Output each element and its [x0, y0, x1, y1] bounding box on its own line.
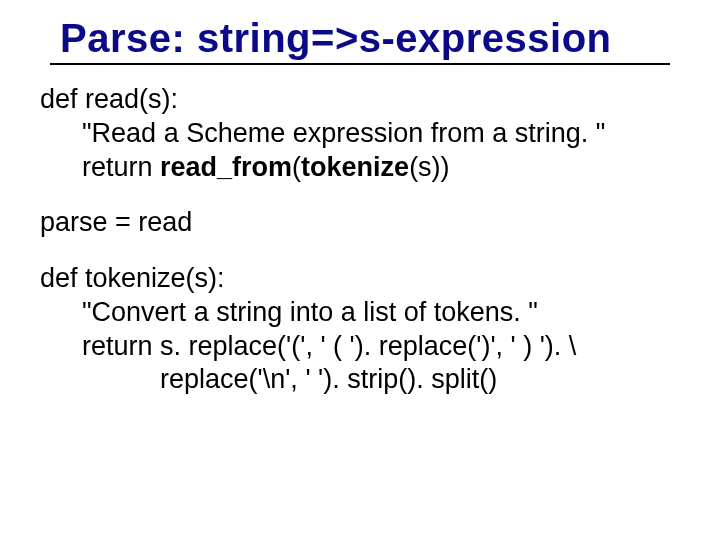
code-line: "Read a Scheme expression from a string.… [40, 117, 680, 151]
code-text: return [82, 152, 160, 182]
slide-body: def read(s): "Read a Scheme expression f… [40, 83, 680, 397]
code-line: return s. replace('(', ' ( '). replace('… [40, 330, 680, 364]
code-block-tokenize: def tokenize(s): "Convert a string into … [40, 262, 680, 397]
code-line: def tokenize(s): [40, 262, 680, 296]
code-text: (s)) [409, 152, 449, 182]
slide: Parse: string=>s-expression def read(s):… [0, 0, 720, 540]
code-line: return read_from(tokenize(s)) [40, 151, 680, 185]
code-line: parse = read [40, 206, 680, 240]
code-line: def read(s): [40, 83, 680, 117]
slide-title: Parse: string=>s-expression [60, 16, 660, 61]
code-line: replace('\n', ' '). strip(). split() [40, 363, 680, 397]
code-line: "Convert a string into a list of tokens.… [40, 296, 680, 330]
code-block-read: def read(s): "Read a Scheme expression f… [40, 83, 680, 184]
code-text: ( [292, 152, 301, 182]
code-text-bold: tokenize [301, 152, 409, 182]
title-container: Parse: string=>s-expression [50, 16, 670, 65]
code-block-alias: parse = read [40, 206, 680, 240]
code-text-bold: read_from [160, 152, 292, 182]
